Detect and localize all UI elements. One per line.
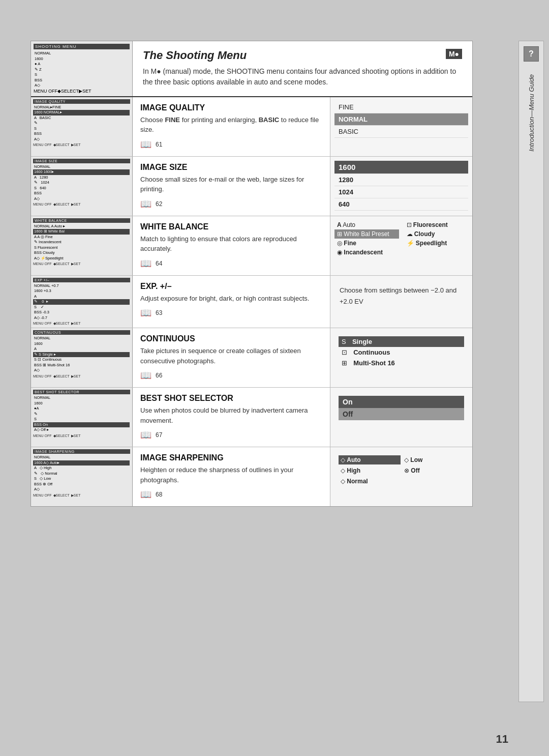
is-row5: S 640 xyxy=(33,186,130,191)
exp-row5: S ✓ xyxy=(33,305,130,310)
cont-opt-continuous: ⊡ Continuous xyxy=(339,347,464,358)
row-sharpening: IMAGE SHARPENING NORMAL 1600 A◇ Auto▸ A … xyxy=(31,447,472,506)
title-text: The Shooting Menu xyxy=(143,49,247,62)
mini-screen-header: NORMAL 1600 ● A ✎ Z S BSS A◇ xyxy=(34,51,130,89)
exp-icon-num: 📖 63 xyxy=(140,307,322,318)
is-preview: IMAGE SIZE NORMAL 1600 1600▸ A 1280 ✎ 10… xyxy=(31,157,133,216)
iq-mini-title: IMAGE QUALITY xyxy=(33,99,130,104)
is-row4: ✎ 1024 xyxy=(33,180,130,186)
wb-fluorescent: ⊡ Fluorescent xyxy=(404,220,469,229)
is-options-list: 1600 1280 1024 640 xyxy=(334,161,468,211)
bss-mini-screen: NORMAL 1600 ●A ✎ S BSS On A◇ Off ▸ xyxy=(33,395,130,433)
bss-row7: A◇ Off ▸ xyxy=(33,427,130,433)
iq-book-icon: 📖 xyxy=(140,139,151,150)
iq-opt-fine: FINE xyxy=(334,101,468,113)
is-row7: A◇ xyxy=(33,196,130,202)
sharp-desc: Heighten or reduce the sharpness of outl… xyxy=(140,465,322,485)
cont-title: CONTINUOUS xyxy=(140,334,322,343)
exp-preview: EXP +/– NORMAL +0.7 1600 +0.3 A ✎ 0 ▸ S … xyxy=(31,276,133,328)
is-row6: BSS xyxy=(33,191,130,196)
exp-mini-screen: NORMAL +0.7 1600 +0.3 A ✎ 0 ▸ S ✓ BSS -0… xyxy=(33,283,130,321)
wb-mini-screen: NORMAL A Auto ▸ 1600 ⊞ White Bal A A ◎ F… xyxy=(33,224,130,261)
exp-title: EXP. +/– xyxy=(140,282,322,291)
exp-mini-title: EXP +/– xyxy=(33,278,130,282)
exp-center: EXP. +/– Adjust exposure for bright, dar… xyxy=(133,276,330,328)
cont-row6: BSS ⊞ Multi-Shot 16 xyxy=(33,363,130,368)
header-section: SHOOTING MENU NORMAL 1600 ● A ✎ Z S BSS … xyxy=(31,41,472,97)
bss-book-icon: 📖 xyxy=(140,429,151,441)
exp-row6: BSS -0.3 xyxy=(33,310,130,315)
iq-options: FINE NORMAL BASIC xyxy=(330,97,472,156)
bss-row5: S xyxy=(33,417,130,422)
iq-row5: S xyxy=(33,126,130,132)
is-mini-screen: NORMAL 1600 1600▸ A 1280 ✎ 1024 S 640 BS… xyxy=(33,164,130,202)
mini-row-1600: 1600 xyxy=(34,56,130,62)
sharp-row1: NORMAL xyxy=(33,455,130,460)
header-right: The Shooting Menu M● In M● (manual) mode… xyxy=(133,41,472,96)
bss-opt-off: Off xyxy=(339,408,464,420)
sharp-row6: BSS ⊗ Off xyxy=(33,482,130,487)
cont-mini-nav: MENU OFF ◆SELECT ▶SET xyxy=(33,374,130,379)
bss-row3: ●A xyxy=(33,406,130,412)
cont-options: S Single ⊡ Continuous ⊞ Multi-Shot 16 xyxy=(330,328,472,387)
exp-row2: 1600 +0.3 xyxy=(33,288,130,294)
wb-auto: A Auto xyxy=(334,220,399,229)
wb-options: A Auto ⊞ White Bal Preset ◎ Fine ◉ Incan… xyxy=(330,216,472,275)
bss-opt-on: On xyxy=(339,396,464,408)
cont-preview: CONTINUOUS NORMAL 1600 A ✎ S Single ▸ S … xyxy=(31,328,133,387)
wb-preset: ⊞ White Bal Preset xyxy=(334,229,399,239)
wb-icon-num: 📖 64 xyxy=(140,258,322,269)
wb-center: WHITE BALANCE Match to lighting to ensur… xyxy=(133,216,330,275)
bss-row1: NORMAL xyxy=(33,395,130,401)
iq-icon-num: 📖 61 xyxy=(140,139,322,150)
cont-row2: 1600 xyxy=(33,341,130,347)
is-title: IMAGE SIZE xyxy=(140,163,322,172)
row-bss: BEST SHOT SELECTOR NORMAL 1600 ●A ✎ S BS… xyxy=(31,388,472,447)
sharp-opt-low: ◇ Low xyxy=(402,455,464,464)
main-content: SHOOTING MENU NORMAL 1600 ● A ✎ Z S BSS … xyxy=(30,41,473,507)
bss-center: BEST SHOT SELECTOR Use when photos could… xyxy=(133,388,330,447)
sharp-icon-num: 📖 68 xyxy=(140,489,322,500)
bss-title: BEST SHOT SELECTOR xyxy=(140,394,322,403)
is-icon-num: 📖 62 xyxy=(140,198,322,210)
sharp-opt-off: ⊗ Off xyxy=(402,466,464,475)
bss-desc: Use when photos could be blurred by inad… xyxy=(140,405,322,425)
iq-desc: Choose FINE for printing and enlarging, … xyxy=(140,115,322,135)
bss-options: On Off xyxy=(330,388,472,447)
sharp-mini-nav: MENU OFF ◆SELECT ▶SET xyxy=(33,493,130,498)
bss-row2: 1600 xyxy=(33,401,130,406)
wb-preview: WHITE BALANCE NORMAL A Auto ▸ 1600 ⊞ Whi… xyxy=(31,216,133,275)
cont-row4: ✎ S Single ▸ xyxy=(33,352,130,358)
sidebar-label: Introduction—Menu Guide xyxy=(528,74,535,152)
is-center: IMAGE SIZE Choose small sizes for e-mail… xyxy=(133,157,330,216)
sharp-title: IMAGE SHARPENING xyxy=(140,453,322,462)
page-title: The Shooting Menu M● xyxy=(143,49,462,62)
cont-desc: Take pictures in sequence or create coll… xyxy=(140,346,322,366)
help-icon: ? xyxy=(524,46,539,62)
mini-row-z: ✎ Z xyxy=(34,67,130,73)
wb-row1: NORMAL A Auto ▸ xyxy=(33,224,130,229)
iq-mini-nav: MENU OFF ◆SELECT ▶SET xyxy=(33,143,130,147)
wb-row2: 1600 ⊞ White Bal xyxy=(33,229,130,235)
iq-row7: A◇ xyxy=(33,137,130,142)
mini-row-a: ● A xyxy=(34,62,130,67)
sharp-mini-title: IMAGE SHARPENING xyxy=(33,449,130,454)
cont-opt-multishot: ⊞ Multi-Shot 16 xyxy=(339,358,464,368)
bss-mini-nav: MENU OFF ◆SELECT ▶SET xyxy=(33,434,130,438)
exp-page-num: 63 xyxy=(156,309,162,316)
iq-options-list: FINE NORMAL BASIC xyxy=(334,101,468,138)
wb-book-icon: 📖 xyxy=(140,258,151,269)
is-options: 1600 1280 1024 640 xyxy=(330,157,472,216)
is-opt-640: 640 xyxy=(334,198,468,211)
row-exp: EXP +/– NORMAL +0.7 1600 +0.3 A ✎ 0 ▸ S … xyxy=(31,276,472,329)
mini-row-normal: NORMAL xyxy=(34,51,130,56)
row-image-quality: IMAGE QUALITY NORMAL▸FINE 1600 NORMAL▸ A… xyxy=(31,97,472,157)
iq-row6: BSS xyxy=(33,131,130,137)
sharp-row7: A◇ xyxy=(33,487,130,492)
wb-page-num: 64 xyxy=(156,260,162,267)
iq-page-num: 61 xyxy=(156,141,162,148)
iq-preview: IMAGE QUALITY NORMAL▸FINE 1600 NORMAL▸ A… xyxy=(31,97,133,156)
is-mini-title: IMAGE SIZE xyxy=(33,159,130,163)
wb-right-col: ⊡ Fluorescent ☁ Cloudy ⚡ Speedlight xyxy=(404,220,469,257)
sharp-opt-normal: ◇ Normal xyxy=(339,477,401,486)
